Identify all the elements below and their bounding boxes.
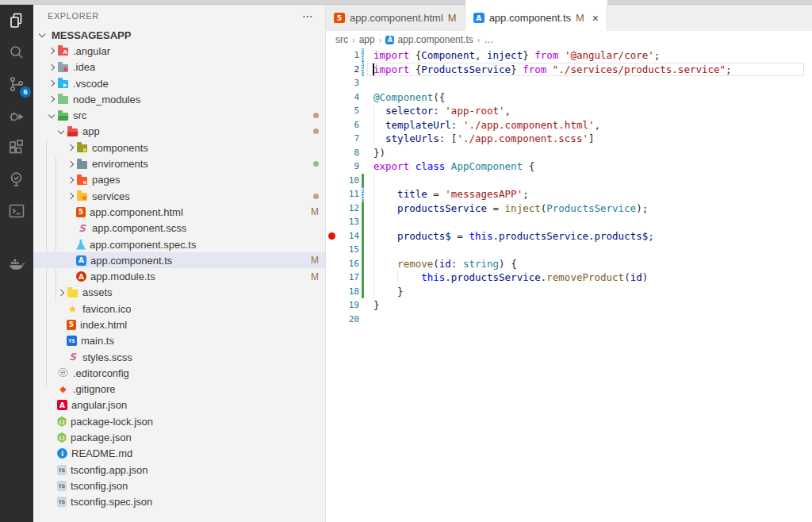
code-line-2[interactable]: 2import {ProductsService} from "./servic… — [326, 63, 812, 77]
glyph-margin[interactable] — [326, 146, 339, 160]
line-number[interactable]: 8 — [339, 146, 359, 160]
glyph-margin[interactable] — [326, 257, 339, 271]
tree-item-app.component.spec.ts[interactable]: app.component.spec.ts — [33, 236, 325, 252]
line-number[interactable]: 14 — [339, 229, 359, 244]
chevron-down-icon[interactable] — [56, 130, 67, 133]
tree-item-README.md[interactable]: README.md — [33, 446, 325, 462]
code-line-17[interactable]: 17 this.productsService.removeProduct(id… — [326, 271, 812, 285]
line-number[interactable]: 13 — [339, 215, 359, 229]
glyph-margin[interactable] — [326, 104, 339, 118]
line-number[interactable]: 5 — [339, 104, 359, 118]
tree-item-.idea[interactable]: .idea — [33, 59, 325, 75]
code-line-7[interactable]: 7 styleUrls: ['./app.component.scss'] — [326, 132, 812, 146]
tree-item-app[interactable]: app — [33, 124, 325, 140]
extensions-icon[interactable] — [0, 132, 33, 163]
glyph-margin[interactable] — [326, 159, 339, 174]
close-icon[interactable]: × — [592, 13, 599, 24]
code-line-8[interactable]: 8}) — [326, 146, 812, 160]
tree-item-package.json[interactable]: package.json — [33, 429, 325, 445]
code-line-1[interactable]: 1import {Component, inject} from '@angul… — [326, 48, 812, 63]
tree-item-package-lock.json[interactable]: package-lock.json — [33, 413, 325, 429]
glyph-margin[interactable] — [326, 118, 339, 132]
line-number[interactable]: 3 — [339, 76, 359, 90]
chevron-right-icon[interactable] — [65, 194, 76, 198]
tree-item-.gitignore[interactable]: .gitignore — [33, 382, 325, 397]
code-line-11[interactable]: 11 title = 'messagesAPP'; — [326, 187, 812, 202]
code-line-6[interactable]: 6 templateUrl: './app.component.html', — [326, 118, 812, 132]
chevron-right-icon[interactable] — [65, 178, 76, 182]
glyph-margin[interactable] — [326, 285, 339, 299]
glyph-margin[interactable] — [326, 271, 339, 285]
code-line-19[interactable]: 19} — [326, 298, 812, 313]
tree-item-src[interactable]: src — [33, 107, 325, 123]
breakpoint-icon[interactable] — [326, 229, 339, 244]
code-line-15[interactable]: 15 — [326, 243, 812, 257]
tab-app.component.ts[interactable]: app.component.tsM× — [465, 5, 607, 31]
tab-app.component.html[interactable]: app.component.htmlM — [326, 5, 465, 31]
code-line-12[interactable]: 12 productsService = inject(ProductsServ… — [326, 202, 812, 216]
breadcrumb-segment-app[interactable]: app — [359, 34, 375, 45]
line-number[interactable]: 15 — [339, 243, 359, 257]
line-number[interactable]: 11 — [339, 187, 359, 202]
search-icon[interactable] — [0, 36, 33, 68]
line-number[interactable]: 17 — [339, 271, 359, 285]
chevron-down-icon[interactable] — [36, 33, 48, 36]
chevron-down-icon[interactable] — [46, 114, 57, 117]
line-number[interactable]: 6 — [339, 118, 359, 132]
code-line-13[interactable]: 13 — [326, 215, 812, 229]
chevron-right-icon[interactable] — [65, 145, 76, 150]
line-number[interactable]: 12 — [339, 202, 359, 216]
tree-item-.angular[interactable]: .angular — [33, 43, 325, 59]
tree-item-tsconfig.json[interactable]: tsconfig.json — [33, 478, 325, 493]
tree-item-main.ts[interactable]: main.ts — [33, 333, 325, 349]
tree-item-root[interactable]: MESSAGESAPP — [33, 27, 325, 43]
breadcrumb-segment-src[interactable]: src — [335, 34, 348, 45]
glyph-margin[interactable] — [326, 76, 339, 90]
tree-item-app.component.ts[interactable]: app.component.tsM — [33, 252, 325, 268]
code-line-14[interactable]: 14 products$ = this.productsService.prod… — [326, 229, 812, 244]
tree-item-favicon.ico[interactable]: favicon.ico — [33, 301, 325, 317]
code-line-5[interactable]: 5 selector: 'app-root', — [326, 104, 812, 118]
glyph-margin[interactable] — [326, 298, 339, 313]
code-line-3[interactable]: 3 — [326, 76, 812, 90]
glyph-margin[interactable] — [326, 63, 339, 77]
line-number[interactable]: 16 — [339, 257, 359, 271]
tree-item-components[interactable]: components — [33, 140, 325, 155]
run-debug-icon[interactable] — [0, 100, 33, 132]
code-line-4[interactable]: 4@Component({ — [326, 90, 812, 105]
tree-item-.vscode[interactable]: .vscode — [33, 75, 325, 91]
line-number[interactable]: 19 — [339, 298, 359, 313]
glyph-margin[interactable] — [326, 174, 339, 188]
chevron-right-icon[interactable] — [46, 65, 57, 70]
glyph-margin[interactable] — [326, 313, 339, 327]
tree-item-assets[interactable]: assets — [33, 285, 325, 301]
glyph-margin[interactable] — [326, 215, 339, 229]
tree-item-services[interactable]: services — [33, 188, 325, 204]
chevron-right-icon[interactable] — [46, 81, 57, 86]
breadcrumb-segment-app.component.ts[interactable]: app.component.ts — [385, 34, 473, 45]
line-number[interactable]: 7 — [339, 132, 359, 146]
tree-item-pages[interactable]: pages — [33, 172, 325, 188]
tree-item-app.component.html[interactable]: app.component.htmlM — [33, 204, 325, 220]
chevron-right-icon[interactable] — [46, 97, 57, 102]
docker-icon[interactable] — [0, 249, 33, 281]
glyph-margin[interactable] — [326, 48, 339, 63]
code-editor[interactable]: 1import {Component, inject} from '@angul… — [326, 48, 812, 522]
breadcrumb-segment-…[interactable]: … — [484, 34, 493, 45]
todo-tree-icon[interactable] — [0, 163, 33, 195]
line-number[interactable]: 4 — [339, 90, 359, 105]
line-number[interactable]: 10 — [339, 174, 359, 188]
tree-item-app.component.scss[interactable]: app.component.scss — [33, 221, 325, 236]
line-number[interactable]: 18 — [339, 285, 359, 299]
glyph-margin[interactable] — [326, 90, 339, 105]
code-line-18[interactable]: 18 } — [326, 285, 812, 299]
glyph-margin[interactable] — [326, 243, 339, 257]
code-line-9[interactable]: 9export class AppComponent { — [326, 159, 812, 174]
tree-item-index.html[interactable]: index.html — [33, 317, 325, 332]
tree-item-styles.scss[interactable]: styles.scss — [33, 349, 325, 365]
chevron-right-icon[interactable] — [56, 290, 67, 295]
line-number[interactable]: 20 — [339, 313, 359, 327]
tree-item-tsconfig.spec.json[interactable]: tsconfig.spec.json — [33, 494, 325, 510]
tree-item-.editorconfig[interactable]: .editorconfig — [33, 365, 325, 381]
tree-item-app.module.ts[interactable]: app.module.tsM — [33, 268, 325, 284]
